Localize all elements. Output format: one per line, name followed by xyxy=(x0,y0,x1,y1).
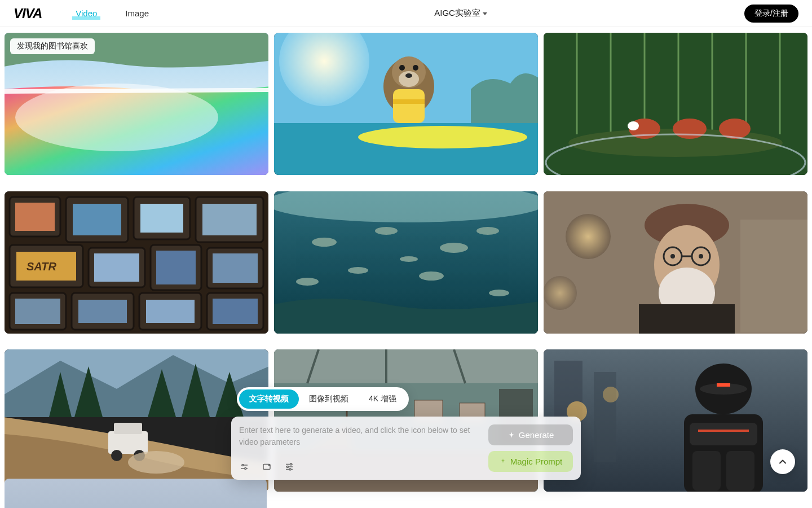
generate-button[interactable]: Generate xyxy=(488,424,573,445)
svg-text:SATR: SATR xyxy=(27,260,57,273)
svg-rect-14 xyxy=(393,99,425,104)
gallery-card-tv-wall[interactable]: SATR xyxy=(5,191,268,334)
prompt-input[interactable]: Enter text here to generate a video, and… xyxy=(239,424,483,452)
thumbnail-robot xyxy=(544,349,807,492)
thumbnail-old-man xyxy=(544,191,807,334)
svg-point-59 xyxy=(375,227,398,235)
logo[interactable]: VIVA xyxy=(14,6,42,21)
svg-point-115 xyxy=(268,465,270,466)
aspect-ratio-icon[interactable] xyxy=(262,462,272,472)
svg-point-58 xyxy=(312,238,337,247)
svg-point-79 xyxy=(699,254,703,259)
svg-point-101 xyxy=(603,387,619,402)
svg-point-61 xyxy=(348,267,368,274)
svg-rect-80 xyxy=(639,304,735,334)
svg-point-65 xyxy=(489,290,509,296)
adjust-icon[interactable] xyxy=(284,462,294,472)
thumbnail-red-pandas xyxy=(544,33,807,175)
svg-point-86 xyxy=(128,451,184,474)
thumbnail-tv-wall: SATR xyxy=(5,191,268,334)
svg-point-10 xyxy=(399,65,405,71)
svg-rect-71 xyxy=(740,220,807,332)
chevron-up-icon xyxy=(777,456,788,467)
generate-label: Generate xyxy=(519,430,554,440)
svg-point-112 xyxy=(242,465,244,466)
svg-rect-109 xyxy=(726,451,754,491)
gallery-card-underwater[interactable] xyxy=(274,191,538,334)
mode-tabs: 文字转视频 图像到视频 4K 增强 xyxy=(237,387,409,411)
nav-image[interactable]: Image xyxy=(125,8,149,18)
discover-badge[interactable]: 发现我的图书馆喜欢 xyxy=(10,38,95,54)
scroll-to-top-button[interactable] xyxy=(770,449,795,474)
svg-point-113 xyxy=(245,468,246,470)
svg-rect-34 xyxy=(73,204,121,235)
svg-rect-97 xyxy=(544,349,807,492)
gallery-card-otter-surfboard[interactable] xyxy=(274,33,538,175)
svg-rect-47 xyxy=(213,253,258,283)
svg-point-66 xyxy=(400,256,418,262)
svg-point-84 xyxy=(111,450,122,461)
svg-rect-82 xyxy=(108,431,148,454)
svg-rect-36 xyxy=(140,204,183,233)
svg-rect-104 xyxy=(717,383,730,387)
svg-point-2 xyxy=(15,84,218,151)
magic-label: Magic Prompt xyxy=(510,457,563,466)
svg-rect-108 xyxy=(692,451,721,491)
nav-aigc-lab[interactable]: AIGC实验室 xyxy=(434,8,487,19)
gallery-card-partial[interactable] xyxy=(5,479,267,508)
svg-rect-55 xyxy=(213,299,258,324)
svg-point-121 xyxy=(289,468,291,470)
svg-point-69 xyxy=(566,214,611,259)
svg-point-119 xyxy=(290,463,292,465)
svg-point-62 xyxy=(419,271,444,281)
svg-point-60 xyxy=(440,243,468,253)
nav-center: AIGC实验室 xyxy=(177,8,744,19)
svg-point-12 xyxy=(405,73,412,78)
prompt-left: Enter text here to generate a video, and… xyxy=(239,424,483,472)
svg-point-120 xyxy=(287,466,289,468)
tab-4k-upscale[interactable]: 4K 增强 xyxy=(359,389,407,409)
svg-rect-53 xyxy=(146,300,195,323)
generator-panel: 文字转视频 图像到视频 4K 增强 Enter text here to gen… xyxy=(231,387,581,480)
svg-point-11 xyxy=(413,65,418,71)
gallery-card-robot-city[interactable] xyxy=(544,349,807,492)
tab-image-to-video[interactable]: 图像到视频 xyxy=(299,389,359,409)
svg-rect-38 xyxy=(202,204,257,235)
thumbnail-offroad xyxy=(5,349,268,492)
svg-rect-106 xyxy=(690,423,757,445)
svg-rect-51 xyxy=(78,300,127,323)
chevron-down-icon xyxy=(483,12,487,15)
svg-rect-43 xyxy=(94,253,139,282)
nav-aigc-label: AIGC实验室 xyxy=(434,8,480,19)
svg-point-6 xyxy=(358,126,527,148)
sparkle-icon xyxy=(508,431,515,439)
svg-point-26 xyxy=(673,119,707,139)
thumbnail-otter xyxy=(274,33,538,175)
svg-rect-99 xyxy=(594,372,616,462)
svg-rect-49 xyxy=(15,299,60,324)
nav-video[interactable]: Video xyxy=(76,8,97,18)
svg-rect-83 xyxy=(114,423,142,434)
svg-rect-45 xyxy=(156,251,196,284)
svg-point-70 xyxy=(544,276,577,310)
settings-sliders-icon[interactable] xyxy=(239,462,249,472)
svg-point-28 xyxy=(628,121,639,130)
header: VIVA Video Image AIGC实验室 登录/注册 xyxy=(0,0,812,27)
thumbnail-underwater xyxy=(274,191,538,334)
prompt-box: Enter text here to generate a video, and… xyxy=(231,417,581,480)
svg-rect-107 xyxy=(698,430,749,432)
svg-point-63 xyxy=(476,227,499,235)
gallery-card-red-pandas[interactable] xyxy=(544,33,807,175)
gallery-card-old-man[interactable] xyxy=(544,191,807,334)
svg-point-67 xyxy=(296,278,319,286)
tab-text-to-video[interactable]: 文字转视频 xyxy=(239,389,299,409)
svg-rect-32 xyxy=(15,203,55,231)
wand-icon xyxy=(499,458,507,466)
login-button[interactable]: 登录/注册 xyxy=(744,5,798,23)
gallery-card-offroad-truck[interactable] xyxy=(5,349,268,492)
magic-prompt-button[interactable]: Magic Prompt xyxy=(488,451,573,472)
svg-point-78 xyxy=(670,254,675,259)
gallery-card-rainbow-waterfall[interactable]: 发现我的图书馆喜欢 xyxy=(5,33,268,175)
prompt-tool-row xyxy=(239,462,483,472)
svg-rect-13 xyxy=(393,89,425,123)
